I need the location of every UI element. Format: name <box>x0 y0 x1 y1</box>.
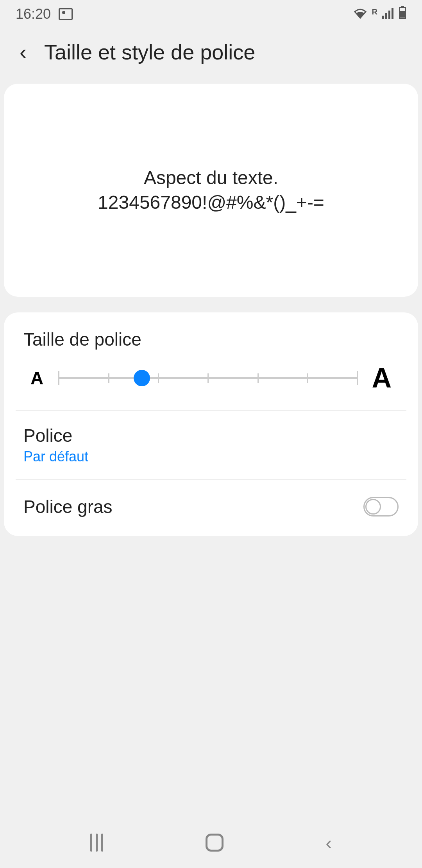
svg-rect-2 <box>388 11 390 19</box>
svg-rect-0 <box>382 16 384 19</box>
slider-track <box>58 377 357 379</box>
svg-rect-3 <box>392 8 393 19</box>
status-right: R <box>353 6 406 22</box>
nav-back-button[interactable]: ‹ <box>325 832 332 854</box>
slider-thumb[interactable] <box>134 370 150 386</box>
bold-font-toggle[interactable] <box>363 497 399 516</box>
settings-card: Taille de police A A Police Par défaut <box>4 312 418 536</box>
nav-home-button[interactable] <box>206 834 224 852</box>
toggle-knob <box>365 499 381 515</box>
navigation-bar: ‹ <box>0 817 422 868</box>
font-size-label: Taille de police <box>23 329 399 350</box>
status-left: 16:20 <box>16 6 73 22</box>
page-header: ‹ Taille et style de police <box>0 28 422 84</box>
preview-card: Aspect du texte. 1234567890!@#%&*()_+-= <box>4 84 418 297</box>
bold-font-label: Police gras <box>23 496 113 517</box>
status-bar: 16:20 R <box>0 0 422 28</box>
roaming-indicator: R <box>372 7 377 16</box>
signal-icon <box>382 6 394 22</box>
svg-rect-1 <box>385 13 387 19</box>
status-time: 16:20 <box>16 6 51 22</box>
wifi-icon <box>353 6 367 22</box>
font-style-value: Par défaut <box>23 448 399 465</box>
font-size-section: Taille de police A A <box>4 312 418 410</box>
font-style-row[interactable]: Police Par défaut <box>4 411 418 479</box>
large-a-indicator: A <box>372 362 392 394</box>
font-size-slider[interactable] <box>58 370 357 386</box>
nav-recent-button[interactable] <box>90 834 103 852</box>
bold-font-row: Police gras <box>4 480 418 536</box>
font-style-label: Police <box>23 425 399 446</box>
small-a-indicator: A <box>30 368 43 389</box>
svg-rect-6 <box>400 11 405 18</box>
preview-text-container: Aspect du texte. 1234567890!@#%&*()_+-= <box>98 166 324 215</box>
page-title: Taille et style de police <box>44 40 255 64</box>
font-size-slider-row: A A <box>23 362 399 394</box>
back-button[interactable]: ‹ <box>20 40 27 64</box>
battery-icon <box>399 6 406 22</box>
preview-text-line1: Aspect du texte. <box>98 166 324 190</box>
picture-icon <box>59 8 73 20</box>
preview-text-line2: 1234567890!@#%&*()_+-= <box>98 190 324 215</box>
